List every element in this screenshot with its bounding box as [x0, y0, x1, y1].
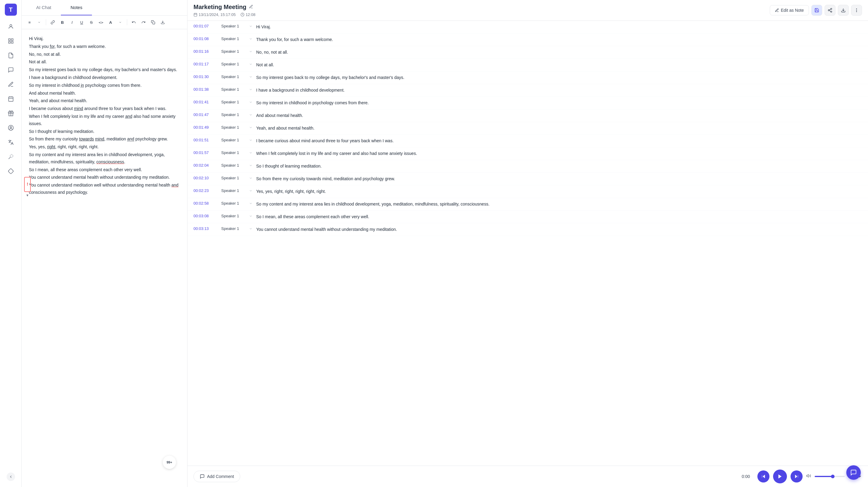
transcript-time-3[interactable]: 00:01:17 [193, 62, 218, 66]
pencil-icon[interactable] [5, 78, 17, 90]
chat-icon[interactable] [5, 64, 17, 76]
transcript-time-15[interactable]: 00:03:08 [193, 214, 218, 218]
editor-line-11[interactable]: When I felt completely lost in my life a… [29, 113, 180, 127]
redo-button[interactable] [139, 18, 148, 27]
editor-line-16[interactable]: So I mean, all these areas complement ea… [29, 166, 180, 174]
editor-line-2[interactable]: Thank you for, for such a warm welcome. [29, 43, 180, 50]
transcript-time-1[interactable]: 00:01:08 [193, 36, 218, 41]
editor-line-4[interactable]: Not at all. [29, 58, 180, 66]
grid-icon[interactable] [5, 35, 17, 47]
collapse-sidebar-button[interactable] [7, 473, 15, 481]
diamond-icon[interactable] [5, 165, 17, 177]
transcript-chevron-2[interactable] [249, 50, 253, 54]
transcript-chevron-9[interactable] [249, 138, 253, 143]
align-button[interactable]: ≡ [25, 18, 34, 27]
editor-line-1[interactable]: Hi Viraj. [29, 35, 180, 42]
volume-button[interactable] [806, 474, 811, 480]
transcript-chevron-5[interactable] [249, 88, 253, 92]
editor-line-6[interactable]: I have a background in childhood develop… [29, 74, 180, 81]
notification-badge[interactable]: 99+ [163, 456, 176, 469]
transcript-chevron-4[interactable] [249, 75, 253, 79]
transcript-time-7[interactable]: 00:01:47 [193, 113, 218, 117]
edit-title-icon[interactable] [249, 4, 253, 10]
share-icon-button[interactable] [825, 5, 835, 16]
editor-line-10[interactable]: I became curious about mind around three… [29, 105, 180, 113]
transcript-chevron-11[interactable] [249, 164, 253, 168]
transcript-time-0[interactable]: 00:01:07 [193, 24, 218, 28]
editor-line-14[interactable]: Yes, yes, right, right, right, right, ri… [29, 144, 180, 151]
transcript-chevron-13[interactable] [249, 189, 253, 193]
magic-icon[interactable] [5, 151, 17, 163]
editor-line-17[interactable]: You cannot understand mental health with… [29, 174, 180, 181]
gift-icon[interactable] [5, 107, 17, 119]
skip-back-button[interactable] [757, 470, 770, 483]
translate-icon[interactable] [5, 136, 17, 148]
editor-line-3[interactable]: No, no, not at all. [29, 51, 180, 58]
save-icon-button[interactable] [811, 5, 822, 16]
link-button[interactable] [49, 18, 57, 27]
transcript-chevron-15[interactable] [249, 214, 253, 218]
italic-button[interactable]: I [68, 18, 76, 27]
edit-as-note-button[interactable]: Edit as Note [770, 5, 809, 16]
transcript-time-11[interactable]: 00:02:04 [193, 163, 218, 168]
transcript-chevron-1[interactable] [249, 37, 253, 41]
transcript-time-2[interactable]: 00:01:16 [193, 49, 218, 54]
transcript-time-6[interactable]: 00:01:41 [193, 100, 218, 104]
transcript-chevron-3[interactable] [249, 62, 253, 67]
editor-area[interactable]: ! ▼ Hi Viraj. Thank you for, for such a … [22, 29, 187, 487]
transcript-chevron-14[interactable] [249, 202, 253, 206]
editor-line-15[interactable]: So my content and my interest area lies … [29, 151, 180, 166]
add-comment-button[interactable]: Add Comment [193, 471, 240, 482]
editor-line-7[interactable]: So my interest in childhood in psycholog… [29, 82, 180, 89]
editor-line-12[interactable]: So I thought of learning meditation. [29, 128, 180, 135]
calendar-icon[interactable] [5, 93, 17, 105]
skip-forward-button[interactable] [790, 470, 803, 483]
transcript-time-14[interactable]: 00:02:58 [193, 201, 218, 206]
editor-line-5[interactable]: So my interest goes back to my college d… [29, 66, 180, 73]
transcript-chevron-16[interactable] [249, 227, 253, 231]
transcript-time-13[interactable]: 00:02:23 [193, 188, 218, 193]
transcript-chevron-6[interactable] [249, 100, 253, 104]
chat-bubble-button[interactable] [846, 465, 861, 480]
transcript-time-16[interactable]: 00:03:13 [193, 226, 218, 231]
transcript-chevron-10[interactable] [249, 151, 253, 155]
transcript-speaker-4: Speaker 1 [221, 74, 245, 79]
strikethrough-button[interactable]: S [87, 18, 96, 27]
undo-button[interactable] [130, 18, 138, 27]
transcript-speaker-7: Speaker 1 [221, 113, 245, 117]
copy-button[interactable] [149, 18, 157, 27]
transcript-time-10[interactable]: 00:01:57 [193, 150, 218, 155]
editor-line-9[interactable]: Yeah, and about mental health. [29, 97, 180, 104]
progress-fill [815, 476, 833, 477]
transcript-time-8[interactable]: 00:01:49 [193, 125, 218, 129]
transcript-time-5[interactable]: 00:01:38 [193, 87, 218, 92]
editor-line-8[interactable]: And about mental health. [29, 90, 180, 97]
document-icon[interactable] [5, 50, 17, 61]
underline-button[interactable]: U [78, 18, 86, 27]
transcript-time-12[interactable]: 00:02:10 [193, 176, 218, 180]
transcript-chevron-0[interactable] [249, 24, 253, 29]
tab-ai-chat[interactable]: AI Chat [27, 0, 61, 16]
progress-bar[interactable] [815, 476, 845, 477]
app-logo[interactable]: T [5, 4, 17, 16]
transcript-chevron-7[interactable] [249, 113, 253, 117]
download-icon-button[interactable] [838, 5, 849, 16]
font-color-dropdown[interactable] [116, 18, 124, 27]
editor-line-18[interactable]: You cannot understand meditation well wi… [29, 182, 180, 196]
editor-line-13[interactable]: So from there my curiosity towards mind,… [29, 135, 180, 143]
svg-point-28 [856, 11, 857, 12]
play-pause-button[interactable] [773, 469, 787, 483]
code-button[interactable]: <> [97, 18, 105, 27]
more-options-button[interactable] [851, 5, 862, 16]
person-icon[interactable] [5, 122, 17, 134]
tab-notes[interactable]: Notes [61, 0, 92, 16]
bold-button[interactable]: B [58, 18, 67, 27]
transcript-time-9[interactable]: 00:01:51 [193, 138, 218, 142]
transcript-chevron-8[interactable] [249, 126, 253, 130]
download-button[interactable] [158, 18, 167, 27]
transcript-time-4[interactable]: 00:01:30 [193, 74, 218, 79]
align-dropdown-button[interactable] [35, 18, 43, 27]
users-icon[interactable] [5, 21, 17, 33]
transcript-chevron-12[interactable] [249, 176, 253, 181]
font-color-button[interactable]: A [106, 18, 115, 27]
